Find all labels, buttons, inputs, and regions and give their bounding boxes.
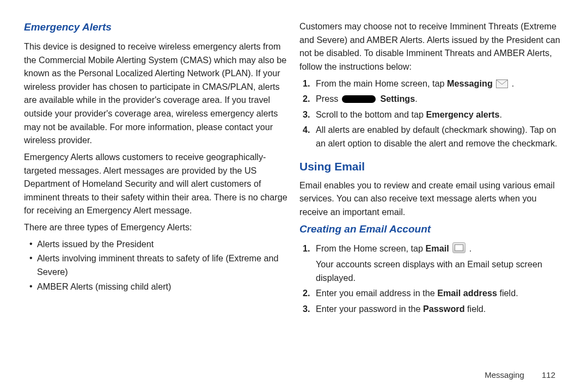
steps-disable-alerts: 1. From the main Home screen, tap Messag… <box>303 77 564 150</box>
steps-create-email: 1. From the Home screen, tap Email . You… <box>303 242 564 315</box>
step-number: 3. <box>303 302 310 316</box>
step-text-end: field. <box>497 288 518 298</box>
step-subtext: Your accounts screen displays with an Em… <box>316 258 564 284</box>
step-text-end: field. <box>465 304 486 314</box>
step-item: 1. From the main Home screen, tap Messag… <box>303 77 564 90</box>
label-password: Password <box>423 304 464 314</box>
step-item: 1. From the Home screen, tap Email . You… <box>303 242 564 284</box>
list-item: Alerts issued by the President <box>29 237 289 251</box>
heading-using-email: Using Email <box>299 158 564 175</box>
page-footer: Messaging 112 <box>0 370 588 385</box>
step-item: 2. Press Settings. <box>303 92 564 106</box>
heading-creating-email: Creating an Email Account <box>299 222 564 237</box>
label-messaging: Messaging <box>447 78 493 88</box>
email-app-icon <box>452 242 465 253</box>
left-column: Emergency Alerts This device is designed… <box>24 20 289 365</box>
para-three-types: There are three types of Emergency Alert… <box>24 220 289 234</box>
step-number: 1. <box>303 77 310 90</box>
menu-button-icon <box>342 95 376 103</box>
label-emergency-alerts: Emergency alerts <box>426 109 499 119</box>
step-text: From the Home screen, tap <box>316 243 426 253</box>
right-column: Customers may choose not to receive Immi… <box>299 20 564 365</box>
label-email: Email <box>426 243 449 253</box>
step-text-end: . <box>467 243 471 253</box>
page-body: Emergency Alerts This device is designed… <box>0 0 588 370</box>
step-text-end: . <box>499 109 502 119</box>
para-cmas-description: This device is designed to receive wirel… <box>24 40 289 147</box>
step-number: 4. <box>303 123 310 137</box>
step-item: 4. All alerts are enabled by default (ch… <box>303 123 564 150</box>
step-text: Press <box>316 94 341 103</box>
footer-page-number: 112 <box>542 370 555 379</box>
para-alert-messages: Emergency Alerts allows customers to rec… <box>24 150 289 217</box>
list-item: AMBER Alerts (missing child alert) <box>29 280 289 293</box>
step-text: Enter you email address in the <box>316 288 437 298</box>
step-number: 3. <box>303 108 310 121</box>
heading-emergency-alerts: Emergency Alerts <box>24 20 289 35</box>
step-text: From the main Home screen, tap <box>316 78 447 88</box>
bullet-list-alert-types: Alerts issued by the President Alerts in… <box>29 237 289 293</box>
step-text: Enter your password in the <box>316 304 423 314</box>
step-number: 2. <box>303 286 310 300</box>
step-number: 1. <box>303 242 310 255</box>
step-number: 2. <box>303 92 310 106</box>
list-item: Alerts involving imminent threats to saf… <box>29 252 289 278</box>
step-text-end: . <box>415 94 418 103</box>
para-disable-intro: Customers may choose not to receive Immi… <box>299 20 564 74</box>
label-settings: Settings <box>380 94 415 103</box>
messaging-icon <box>496 79 508 88</box>
para-email-intro: Email enables you to review and create e… <box>299 179 564 219</box>
step-text: All alerts are enabled by default (check… <box>316 125 558 148</box>
step-item: 3. Scroll to the bottom and tap Emergenc… <box>303 108 564 121</box>
footer-section: Messaging <box>485 370 524 379</box>
step-text-end: . <box>509 78 514 88</box>
step-item: 3. Enter your password in the Password f… <box>303 302 564 316</box>
step-item: 2. Enter you email address in the Email … <box>303 286 564 300</box>
label-email-address: Email address <box>437 288 497 298</box>
step-text: Scroll to the bottom and tap <box>316 109 426 119</box>
